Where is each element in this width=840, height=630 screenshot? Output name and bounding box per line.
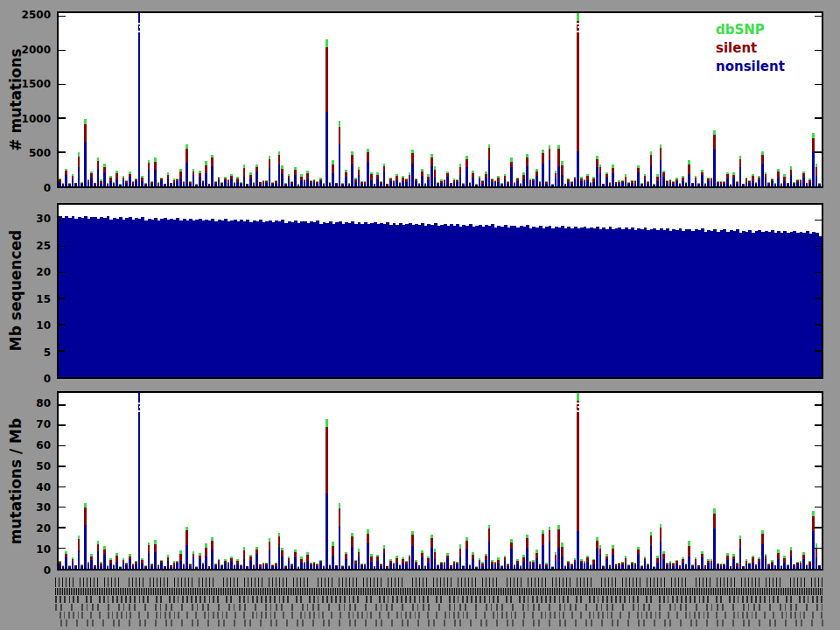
panel-mutation-counts: [57, 11, 823, 188]
legend: dbSNP silent nonsilent: [716, 21, 785, 76]
y-tick-label: 2000: [0, 45, 51, 55]
y-tick-label: 1500: [0, 79, 51, 89]
panel-mutation-rates: [57, 391, 823, 570]
y-tick-label: 15: [0, 294, 51, 304]
x-axis-sample-labels: [55, 578, 823, 630]
sample-label-texture-row: [55, 588, 823, 595]
coverage-bars-svg: [59, 205, 822, 377]
legend-item-dbsnp: dbSNP: [716, 21, 785, 39]
sample-label-texture-row: [55, 604, 823, 611]
y-tick-label: 2500: [0, 10, 51, 20]
sample-label-texture-row: [55, 578, 823, 587]
y-tick-label: 10: [0, 320, 51, 331]
y-tick-label: 80: [0, 398, 51, 409]
y-tick-label: 60: [0, 440, 51, 451]
mutsig-figure: # mutations Mb sequenced mutations / Mb …: [0, 0, 840, 630]
y-tick-label: 20: [0, 267, 51, 277]
y-tick-label: 30: [0, 502, 51, 513]
rates-bars-svg: [59, 393, 822, 569]
y-tick-label: 30: [0, 214, 51, 224]
y-tick-label: 1000: [0, 114, 51, 124]
y-axis-title-mutations: # mutations: [7, 48, 24, 150]
legend-item-nonsilent: nonsilent: [716, 58, 785, 76]
sample-label-texture-row: [55, 596, 823, 603]
y-tick-label: 5: [0, 347, 51, 358]
y-tick-label: 20: [0, 523, 51, 534]
y-tick-label: 70: [0, 419, 51, 430]
y-tick-label: 0: [0, 565, 51, 576]
mutations-bars-svg: [59, 13, 822, 186]
y-tick-label: 50: [0, 461, 51, 472]
panel-mb-sequenced: [57, 203, 823, 379]
y-tick-label: 10: [0, 544, 51, 555]
sample-label-texture-row: [55, 612, 823, 619]
sample-label-texture-row: [55, 620, 823, 626]
y-tick-label: 0: [0, 183, 51, 193]
legend-item-silent: silent: [716, 39, 785, 58]
y-tick-label: 25: [0, 241, 51, 251]
y-tick-label: 40: [0, 482, 51, 493]
y-tick-label: 0: [0, 374, 51, 384]
y-tick-label: 500: [0, 148, 51, 158]
